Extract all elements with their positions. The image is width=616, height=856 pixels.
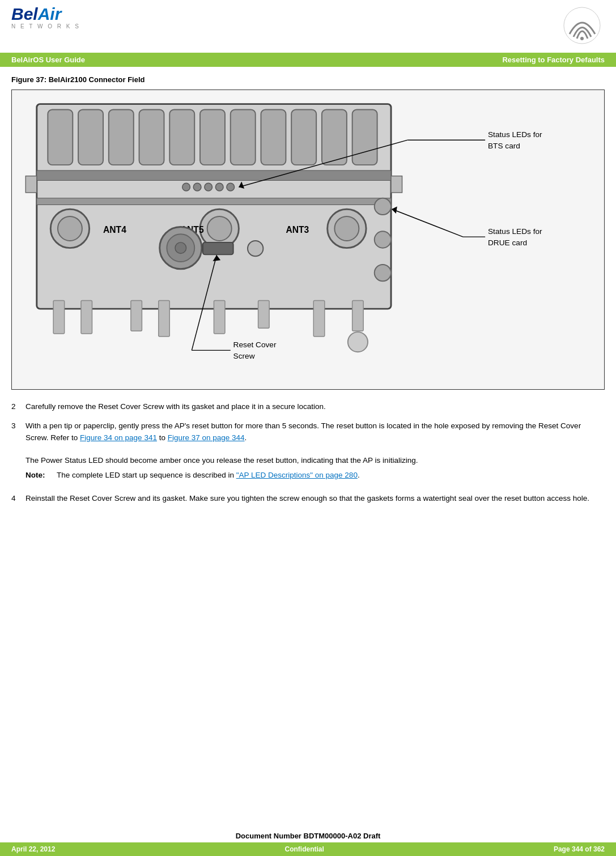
note-content: The complete LED start up sequence is de… [57,470,360,481]
footer-bar: April 22, 2012 Confidential Page 344 of … [0,842,616,856]
step-number-2: 2 [11,401,26,412]
logo-networks: N E T W O R K S [11,24,80,29]
svg-rect-42 [258,300,270,328]
footer-doc-number: Document Number BDTM00000-A02 Draft [0,832,616,840]
svg-rect-5 [109,109,134,165]
svg-point-17 [182,183,190,191]
footer-right: Page 344 of 362 [554,845,605,853]
svg-line-54 [392,209,463,237]
step3-link1[interactable]: Figure 34 on page 341 [80,433,157,442]
svg-rect-16 [391,176,402,193]
svg-text:Status LEDs for: Status LEDs for [488,130,542,139]
svg-text:ANT4: ANT4 [103,225,126,235]
svg-marker-55 [392,206,397,214]
svg-rect-6 [139,109,164,165]
list-item-2: 2 Carefully remove the Reset Cover Screw… [11,401,605,412]
svg-point-18 [193,183,201,191]
svg-point-47 [375,231,391,248]
logo-air: Air [38,5,62,23]
svg-text:Screw: Screw [233,352,255,360]
svg-rect-37 [53,300,65,334]
page-header: BelAir N E T W O R K S [0,0,616,48]
list-item-4: 4 Reinstall the Reset Cover Screw and it… [11,493,605,504]
svg-point-19 [205,183,213,191]
step3-link2[interactable]: Figure 37 on page 344 [168,433,245,442]
banner-bar: BelAirOS User Guide Resetting to Factory… [0,53,616,67]
svg-rect-39 [131,300,142,331]
svg-point-20 [215,183,223,191]
svg-rect-35 [203,242,233,254]
svg-rect-8 [200,109,225,165]
numbered-list: 2 Carefully remove the Reset Cover Screw… [11,401,605,504]
svg-rect-12 [322,109,347,165]
svg-rect-10 [261,109,286,165]
figure-box: ANT4 ANT5 ANT3 [11,90,605,390]
logo-bel: Bel [11,5,38,23]
svg-point-27 [207,216,232,241]
step-2-content: Carefully remove the Reset Cover Screw w… [26,401,605,412]
note-line: Note: The complete LED start up sequence… [26,470,605,481]
svg-point-30 [334,216,359,241]
list-item-3: 3 With a pen tip or paperclip, gently pr… [11,420,605,484]
footer-left: April 22, 2012 [11,845,55,853]
step3-end: . [245,433,247,442]
step-3-content: With a pen tip or paperclip, gently pres… [26,420,605,484]
svg-text:DRUE card: DRUE card [488,239,527,247]
svg-rect-13 [352,109,377,165]
svg-rect-22 [37,198,391,205]
svg-point-36 [248,241,263,256]
svg-rect-15 [26,176,37,193]
svg-rect-9 [231,109,256,165]
banner-left: BelAirOS User Guide [11,56,85,64]
svg-rect-38 [81,300,92,334]
svg-text:Status LEDs for: Status LEDs for [488,227,542,236]
svg-rect-41 [214,300,225,334]
svg-point-34 [175,242,186,254]
svg-rect-40 [159,300,170,337]
step3-mid: to [157,433,168,442]
footer-center: Confidential [285,845,324,853]
logo-area: BelAir N E T W O R K S [11,6,80,29]
svg-point-1 [580,37,584,40]
svg-rect-7 [169,109,194,165]
belair-logo: BelAir N E T W O R K S [11,6,80,29]
svg-rect-4 [78,109,103,165]
svg-rect-3 [48,109,73,165]
svg-rect-44 [352,300,364,331]
svg-point-48 [375,265,391,281]
note-link[interactable]: "AP LED Descriptions" on page 280 [236,471,358,479]
svg-text:Reset Cover: Reset Cover [233,341,277,350]
note-label: Note: [26,470,57,481]
step-4-content: Reinstall the Reset Cover Screw and its … [26,493,605,504]
svg-point-46 [375,198,391,215]
svg-point-45 [348,332,368,352]
svg-rect-14 [37,171,391,181]
connector-diagram-svg: ANT4 ANT5 ANT3 [18,96,598,384]
svg-rect-11 [291,109,316,165]
note-text2: . [358,471,360,479]
svg-point-21 [227,183,235,191]
note-text1: The complete LED start up sequence is de… [57,471,236,479]
step-number-4: 4 [11,493,26,504]
step3-p2: The Power Status LED should become amber… [26,456,418,465]
banner-right: Resetting to Factory Defaults [502,56,605,64]
svg-rect-43 [313,300,325,337]
svg-text:ANT3: ANT3 [286,225,309,235]
main-content: Figure 37: BelAir2100 Connector Field [0,67,616,521]
svg-point-24 [58,216,82,241]
step-number-3: 3 [11,420,26,432]
svg-text:BTS card: BTS card [488,142,520,150]
figure-title: Figure 37: BelAir2100 Connector Field [11,75,605,84]
brand-icon [559,6,605,45]
